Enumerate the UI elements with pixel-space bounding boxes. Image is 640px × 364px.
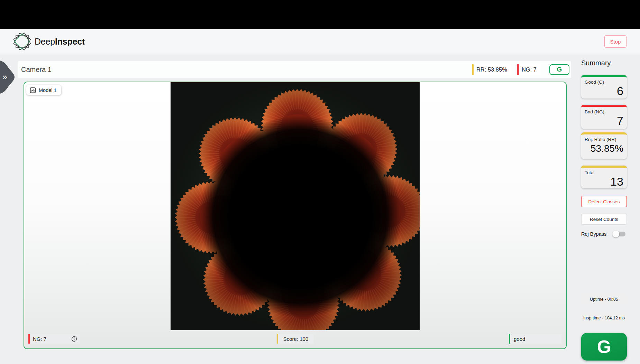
footer-score-chip: Score: 100 [277, 334, 314, 344]
footer-ng-label: NG: 7 [33, 336, 46, 342]
inspection-panel: Model 1 NG: 7 Score: 100 good [24, 82, 567, 349]
chevron-double-right-icon: » [2, 73, 7, 81]
summary-sidebar: Summary Good (G) 6 Bad (NG) 7 Rej. Ratio… [581, 57, 627, 364]
toggle-knob [612, 231, 619, 237]
brand-logo-icon [13, 32, 31, 50]
good-count-card: Good (G) 6 [581, 75, 627, 99]
reject-ratio-card: Rej. Ratio (RR) 53.85% [581, 132, 627, 159]
bad-count-card: Bad (NG) 7 [581, 105, 627, 129]
footer-ng-chip: NG: 7 [28, 334, 80, 344]
card-value: 53.85% [585, 144, 623, 154]
total-count-card: Total 13 [581, 166, 627, 188]
stop-button[interactable]: Stop [604, 35, 627, 48]
rej-bypass-label: Rej Bypass [581, 231, 606, 237]
rej-bypass-toggle[interactable] [612, 230, 627, 238]
ng-stat-chip: NG: 7 [517, 64, 541, 75]
inspection-photo-svg [171, 82, 420, 330]
card-label: Bad (NG) [585, 109, 623, 114]
card-label: Total [585, 170, 623, 175]
info-icon[interactable] [71, 336, 77, 342]
status-badge: G [581, 333, 627, 361]
defect-classes-button[interactable]: Defect Classes [581, 196, 627, 207]
brand: DeepInspect [13, 32, 85, 50]
model-selector-chip[interactable]: Model 1 [26, 85, 61, 95]
app-header: DeepInspect Stop [0, 29, 640, 54]
card-value: 6 [585, 85, 623, 97]
image-icon [30, 87, 36, 93]
camera-bar-stats: RR: 53.85% NG: 7 G [472, 64, 569, 75]
rej-bypass-row: Rej Bypass [581, 230, 627, 238]
rr-stat-chip: RR: 53.85% [472, 64, 511, 75]
footer-class-chip: good [509, 334, 561, 344]
uptime-chip: Uptime - 00:05 [581, 294, 627, 305]
camera-title: Camera 1 [21, 66, 52, 74]
card-value: 13 [585, 176, 623, 188]
card-value: 7 [585, 115, 623, 127]
camera-status-chip: G [549, 64, 569, 75]
top-black-bar [0, 0, 640, 29]
inspection-photo [171, 82, 420, 330]
card-label: Good (G) [585, 80, 623, 85]
brand-name: DeepInspect [35, 37, 85, 47]
camera-bar: Camera 1 RR: 53.85% NG: 7 G [17, 61, 572, 78]
reset-counts-button[interactable]: Reset Counts [581, 214, 627, 225]
model-chip-label: Model 1 [39, 87, 57, 93]
drawer-expand-handle[interactable]: » [0, 60, 15, 94]
card-label: Rej. Ratio (RR) [585, 137, 623, 142]
insp-time-chip: Insp time - 104.12 ms [581, 312, 627, 323]
summary-title: Summary [581, 59, 611, 67]
